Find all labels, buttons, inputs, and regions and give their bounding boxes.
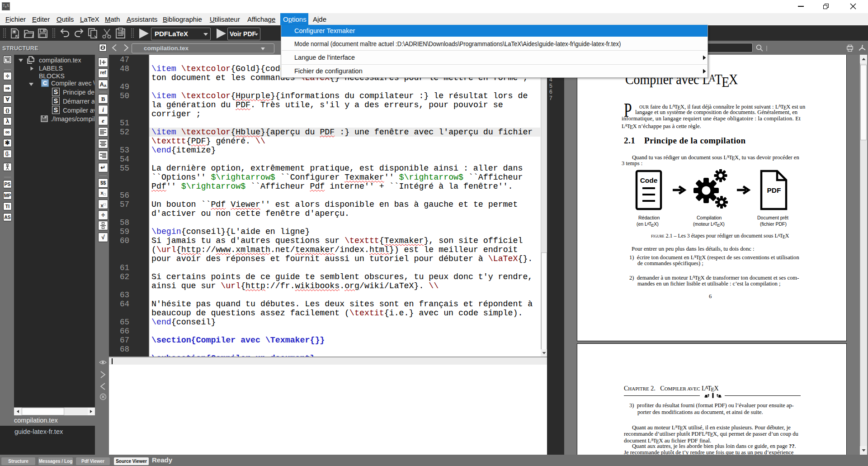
svg-text:Code: Code xyxy=(640,176,658,184)
svg-text:PDF: PDF xyxy=(767,186,781,194)
